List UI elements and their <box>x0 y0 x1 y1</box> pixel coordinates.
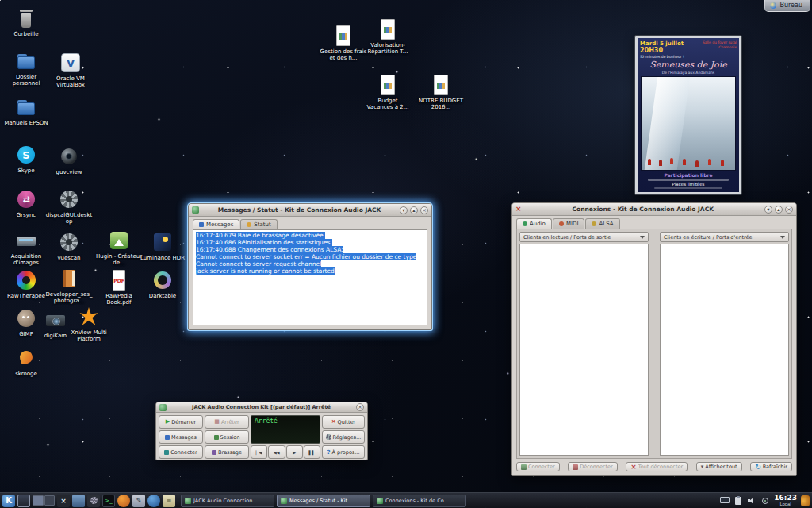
volume-icon[interactable] <box>747 496 756 506</box>
minimize-button[interactable]: ▾ <box>764 206 772 214</box>
writable-clients-combo[interactable]: Clients en écriture / Ports d'entrée <box>660 232 789 242</box>
application-launcher-button[interactable]: K <box>2 495 15 507</box>
launcher-terminal[interactable]: >_ <box>102 495 115 507</box>
desktop-icon-gestion-des-frais-et-des-h[interactable]: Gestion des frais et des h... <box>320 24 367 61</box>
launcher-system-settings[interactable] <box>87 495 100 507</box>
minimize-button[interactable]: ▾ <box>400 206 408 214</box>
desktop-icon-guvcview[interactable]: guvcview <box>45 144 93 175</box>
show-desktop-button[interactable] <box>17 495 30 507</box>
desktop-icon-notre-budget-2016[interactable]: NOTRE BUDGET 2016... <box>417 73 465 110</box>
desktop-icon-label: Developper_ses_photogra... <box>45 291 93 304</box>
taskbar-task[interactable]: JACK Audio Connection... <box>181 495 274 507</box>
transport-pause-button[interactable]: ▌▌ <box>304 445 320 459</box>
desktop-icon-developper-ses-photogra[interactable]: Developper_ses_photogra... <box>45 267 93 304</box>
desktop-icon-darktable[interactable]: Darktable <box>139 268 186 299</box>
desktop-icon-rawpedia-book-pdf[interactable]: PDFRawPedia Book.pdf <box>95 268 143 306</box>
session-button[interactable]: Session <box>205 430 249 444</box>
clipboard-icon[interactable] <box>733 496 743 506</box>
maximize-button[interactable]: ▴ <box>410 206 418 214</box>
status-display[interactable]: Arrêté <box>251 415 320 444</box>
output-ports-list[interactable] <box>519 244 649 456</box>
tab-messages[interactable]: Messages <box>193 219 239 229</box>
button-label: Déconnecter <box>580 464 613 470</box>
desktop-icon-hugin-cr-ateur-de[interactable]: Hugin - Créateur de... <box>95 229 143 266</box>
launcher-web-browser[interactable] <box>117 495 130 507</box>
desktop-icon-valorisation-r-partition-t[interactable]: Valorisation- Répartition T... <box>364 17 412 55</box>
launcher-file-manager[interactable] <box>147 495 160 507</box>
refresh-icon: ↻ <box>755 464 761 470</box>
readable-clients-panel: Clients en lecture / Ports de sortie <box>519 232 649 456</box>
launcher-text-editor[interactable]: ✎ <box>132 495 145 507</box>
disconnect-all-button[interactable]: ×Tout déconnecter <box>626 462 688 471</box>
log-pane[interactable]: 16:17:40.679 Baie de brassage désactivée… <box>193 229 427 325</box>
desktop-icon-corbeille[interactable]: Corbeille <box>2 6 50 37</box>
desktop-toolbox[interactable]: Bureau <box>764 0 810 12</box>
taskbar-task[interactable]: Connexions - Kit de Co... <box>373 495 466 507</box>
desktop-icon-acquisition-d-images[interactable]: Acquisition d'images <box>2 229 50 266</box>
pager-desktop-1[interactable] <box>33 495 44 506</box>
device-notifier-icon[interactable] <box>720 496 730 506</box>
desktop-icon-manuels-epson[interactable]: Manuels EPSON <box>2 95 50 126</box>
connections-window: × Connexions - Kit de Connexion Audio JA… <box>511 202 797 476</box>
desktop-icon-xnview-multi-platform[interactable]: XnView Multi Platform <box>65 305 113 342</box>
desktop-icon-skrooge[interactable]: skrooge <box>2 346 50 377</box>
network-icon[interactable] <box>760 496 770 506</box>
connect-button[interactable]: Connecter <box>159 445 203 459</box>
taskbar-task[interactable]: Messages / Statut - Kit... <box>277 495 370 507</box>
connections-titlebar[interactable]: × Connexions - Kit de Connexion Audio JA… <box>512 203 796 216</box>
transport-rewind-button[interactable]: ▏◀ <box>251 445 267 459</box>
readable-clients-combo[interactable]: Clients en lecture / Ports de sortie <box>519 232 649 242</box>
refresh-button[interactable]: ↻Rafraîchir <box>750 462 792 471</box>
tab-icon <box>199 222 204 227</box>
desktop-icon-skype[interactable]: SSkype <box>2 143 50 174</box>
tab-audio[interactable]: Audio <box>516 218 552 229</box>
connect-icon <box>521 464 527 470</box>
task-title: Connexions - Kit de Co... <box>385 498 449 504</box>
close-button[interactable]: × <box>356 403 364 411</box>
connect-button[interactable]: Connecter <box>516 462 560 471</box>
close-button[interactable]: × <box>785 206 793 214</box>
desktop-icon-dossier-personnel[interactable]: Dossier personnel <box>2 49 50 87</box>
task-title: Messages / Statut - Kit... <box>289 498 352 504</box>
settings-button[interactable]: Réglages... <box>322 430 365 444</box>
desktop-icon-oracle-vm-virtualbox[interactable]: VOracle VM VirtualBox <box>47 51 94 88</box>
disconnect-button[interactable]: Déconnecter <box>568 462 618 471</box>
launcher-utilities[interactable]: × <box>57 495 70 507</box>
patchbay-button[interactable]: Brassage <box>205 445 249 459</box>
desktop-icon-grsync[interactable]: ⇄Grsync <box>2 187 50 218</box>
input-ports-list[interactable] <box>660 244 789 456</box>
launcher-notes[interactable]: ≡ <box>163 495 175 507</box>
pager-desktop-2[interactable] <box>44 495 56 506</box>
desktop-icon-vuescan[interactable]: vuescan <box>45 230 93 261</box>
window-icon: × <box>515 206 522 213</box>
digital-clock[interactable]: 16:23 Local <box>774 495 797 506</box>
jack-control-window: JACK Audio Connection Kit [(par défaut)]… <box>155 402 368 460</box>
panel-toolbox-cashew[interactable] <box>801 495 810 506</box>
stop-icon: ■ <box>214 419 220 425</box>
quit-button[interactable]: ×Quitter <box>322 415 365 429</box>
desktop-icon-luminance-hdr[interactable]: Luminance HDR <box>139 230 186 261</box>
tab-alsa[interactable]: ALSA <box>585 218 619 229</box>
launcher-image-viewer[interactable] <box>72 495 85 507</box>
tab-icon <box>523 221 527 226</box>
connections-tabbar: AudioMIDIALSA <box>512 216 796 229</box>
jack-titlebar[interactable]: JACK Audio Connection Kit [(par défaut)]… <box>156 402 367 413</box>
messages-titlebar[interactable]: Messages / Statut - Kit de Connexion Aud… <box>189 204 431 217</box>
maximize-button[interactable]: ▴ <box>775 206 783 214</box>
stop-button[interactable]: ■Arrêter <box>205 415 249 429</box>
desktop-icon-budget-vacances-2[interactable]: Budget Vacances à 2... <box>364 73 412 110</box>
grsync-icon: ⇄ <box>14 187 38 211</box>
tab-midi[interactable]: MIDI <box>553 218 585 229</box>
transport-play-button[interactable]: ▶ <box>286 445 303 459</box>
messages-button[interactable]: Messages <box>159 430 203 444</box>
poster-frame[interactable]: Mardi 5 juillet 20H30 Salle du foyer rur… <box>634 35 742 195</box>
transport-backward-button[interactable]: ◀◀ <box>268 445 285 459</box>
log-line: 16:17:40.686 Réinitialisation des statis… <box>196 239 424 246</box>
desktop-icon-dispcalgui-desktop[interactable]: dispcalGUI.desktop <box>45 187 93 225</box>
close-button[interactable]: × <box>420 206 428 214</box>
expand-button[interactable]: ▾Afficher tout <box>696 462 742 471</box>
tab-statut[interactable]: Statut <box>240 219 277 229</box>
desktop-icon-rawtherapee[interactable]: RawTherapee <box>2 268 50 299</box>
about-button[interactable]: ?À propos... <box>322 445 365 459</box>
start-button[interactable]: ▶Démarrer <box>159 415 203 429</box>
